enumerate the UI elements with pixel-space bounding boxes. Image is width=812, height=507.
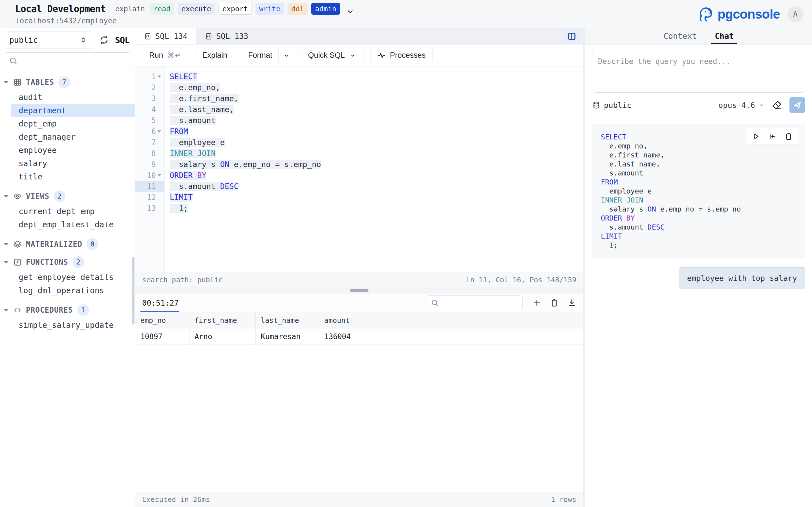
editor-tab-sql-134[interactable]: SQL 134	[135, 28, 196, 44]
resize-handle[interactable]	[350, 289, 368, 292]
line-number-13[interactable]: 13	[135, 203, 164, 214]
code-line-10[interactable]: ORDER BY	[170, 170, 583, 181]
sql-mode-label[interactable]: SQL	[115, 35, 130, 45]
model-select[interactable]: opus-4.6	[718, 101, 765, 110]
sidebar-item-dept_manager[interactable]: dept_manager	[11, 130, 135, 144]
clear-chat-eraser-icon[interactable]	[772, 100, 782, 110]
send-button[interactable]	[790, 97, 805, 113]
tree-section-header-views[interactable]: VIEWS2	[0, 188, 135, 205]
line-number-9[interactable]: 9	[135, 159, 164, 170]
sidebar-item-log_dml_operations[interactable]: log_dml_operations	[11, 284, 135, 297]
tab-context[interactable]: Context	[663, 28, 697, 44]
tree-section-header-procedures[interactable]: PROCEDURES1	[0, 302, 135, 319]
schema-chip[interactable]: public	[592, 101, 631, 110]
sidebar-item-current_dept_emp[interactable]: current_dept_emp	[11, 205, 135, 218]
column-header-first_name[interactable]: first_name	[190, 313, 256, 328]
editor-tab-sql-133[interactable]: SQL 133	[196, 28, 257, 44]
search-path-status: search_path: public	[142, 276, 223, 284]
code-line-12[interactable]: LIMIT	[170, 192, 583, 203]
connection-chevron-icon[interactable]	[346, 8, 354, 15]
tab-chat[interactable]: Chat	[715, 28, 733, 44]
sidebar-item-dept_emp[interactable]: dept_emp	[11, 117, 135, 130]
line-number-6[interactable]: 6	[135, 126, 164, 137]
line-number-12[interactable]: 12	[135, 192, 164, 203]
editor-code[interactable]: SELECT e.emp_no, e.first_name, e.last_na…	[165, 66, 583, 272]
format-button[interactable]: Format	[241, 48, 294, 63]
line-number-4[interactable]: 4	[135, 104, 164, 115]
insert-into-editor-icon[interactable]	[768, 132, 776, 140]
sql-editor[interactable]: 12345678910111213 SELECT e.emp_no, e.fir…	[135, 66, 583, 272]
format-chevron-icon[interactable]	[283, 52, 290, 59]
cell-first_name[interactable]: Arno	[190, 328, 256, 344]
code-line-2[interactable]: e.emp_no,	[170, 82, 583, 93]
sidebar-scrollbar[interactable]	[132, 257, 135, 325]
line-number-8[interactable]: 8	[135, 148, 164, 159]
tree-section-header-materialized[interactable]: MATERIALIZED0	[0, 236, 135, 252]
code-line-6[interactable]: FROM	[170, 126, 583, 137]
results-search-input[interactable]	[442, 299, 519, 307]
execution-time: Executed in 26ms	[142, 496, 210, 504]
results-timer-tab[interactable]: 00:51:27	[142, 298, 179, 307]
split-view-button[interactable]	[564, 29, 580, 44]
download-results-icon[interactable]	[567, 298, 576, 307]
schema-chip-label: public	[604, 101, 631, 110]
tree-section-functions: FUNCTIONS2get_employee_detailslog_dml_op…	[0, 254, 135, 297]
avatar[interactable]: A	[787, 6, 804, 22]
code-line-9[interactable]: salary s ON e.emp_no = s.emp_no	[170, 159, 583, 170]
code-line-13[interactable]: 1;	[170, 203, 583, 214]
cell-last_name[interactable]: Kumaresan	[256, 328, 319, 344]
processes-button[interactable]: Processes	[370, 48, 433, 63]
sidebar-item-audit[interactable]: audit	[11, 91, 135, 104]
table-row[interactable]: 10897ArnoKumaresan136004	[135, 328, 583, 345]
run-code-icon[interactable]	[752, 132, 760, 140]
run-button[interactable]: Run ⌘↵	[142, 48, 188, 63]
code-line-11[interactable]: s.amount DESC	[170, 181, 583, 192]
sidebar-item-department[interactable]: department	[11, 104, 135, 117]
cell-emp_no[interactable]: 10897	[135, 328, 190, 344]
sidebar-item-employee[interactable]: employee	[11, 144, 135, 157]
sidebar-item-salary[interactable]: salary	[11, 157, 135, 170]
code-line-7[interactable]: employee e	[170, 137, 583, 148]
code-line-5[interactable]: s.amount	[170, 115, 583, 126]
code-line-1[interactable]: SELECT	[170, 71, 583, 82]
copy-code-icon[interactable]	[784, 132, 793, 140]
code-line-4[interactable]: e.last_name,	[170, 104, 583, 115]
results-search[interactable]	[427, 295, 523, 310]
line-number-10[interactable]: 10	[135, 170, 164, 181]
fold-toggle-icon[interactable]	[157, 174, 161, 177]
code-block-toolbar	[745, 128, 799, 145]
prompt-input[interactable]	[592, 52, 805, 93]
sidebar-search[interactable]	[4, 52, 131, 69]
quick-sql-button[interactable]: Quick SQL	[301, 48, 364, 63]
schema-select[interactable]: public	[4, 32, 93, 48]
code-line-3[interactable]: e.first_name,	[170, 93, 583, 104]
fold-toggle-icon[interactable]	[157, 130, 161, 133]
sidebar-item-get_employee_details[interactable]: get_employee_details	[11, 271, 135, 284]
pane-resizer[interactable]	[135, 287, 583, 293]
vertical-splitter[interactable]	[583, 28, 585, 507]
tree-section-header-functions[interactable]: FUNCTIONS2	[0, 254, 135, 271]
column-header-last_name[interactable]: last_name	[256, 313, 319, 328]
schema-sidebar: public SQL TABLES7auditdepartmentdept_em…	[0, 28, 135, 507]
sidebar-search-input[interactable]	[21, 57, 126, 65]
cell-amount[interactable]: 136004	[319, 328, 374, 344]
copy-results-icon[interactable]	[550, 298, 559, 307]
code-line-8[interactable]: INNER JOIN	[170, 148, 583, 159]
explain-button[interactable]: Explain	[195, 48, 234, 63]
line-number-1[interactable]: 1	[135, 71, 164, 82]
line-number-2[interactable]: 2	[135, 82, 164, 93]
refresh-icon[interactable]	[99, 35, 109, 45]
line-number-5[interactable]: 5	[135, 115, 164, 126]
sidebar-item-simple_salary_update[interactable]: simple_salary_update	[11, 319, 135, 332]
fold-toggle-icon[interactable]	[157, 75, 161, 78]
tree-section-header-tables[interactable]: TABLES7	[0, 74, 135, 91]
add-tab-icon[interactable]	[532, 298, 541, 307]
assistant-code[interactable]: SELECT e.emp_no, e.first_name, e.last_na…	[601, 132, 797, 249]
column-header-amount[interactable]: amount	[319, 313, 374, 328]
line-number-3[interactable]: 3	[135, 93, 164, 104]
sidebar-item-dept_emp_latest_date[interactable]: dept_emp_latest_date	[11, 218, 135, 231]
line-number-7[interactable]: 7	[135, 137, 164, 148]
line-number-11[interactable]: 11	[135, 181, 164, 192]
sidebar-item-title[interactable]: title	[11, 170, 135, 183]
column-header-emp_no[interactable]: emp_no	[135, 313, 190, 328]
